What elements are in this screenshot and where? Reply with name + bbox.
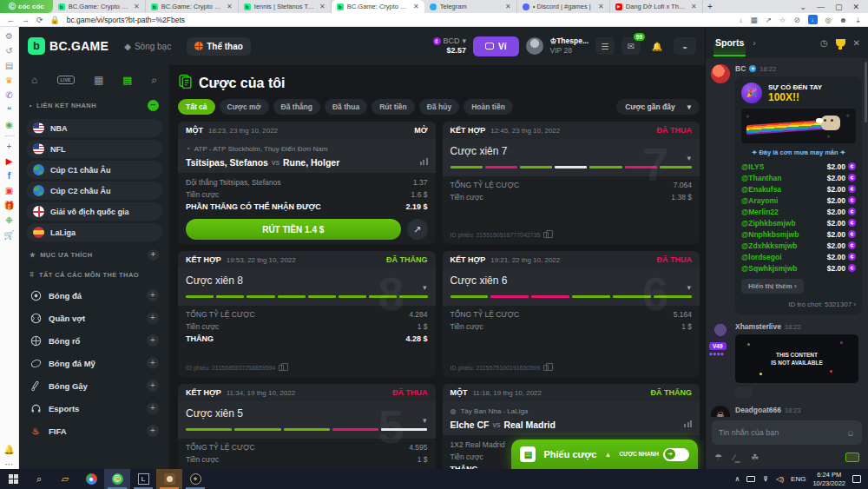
filter-refund[interactable]: Hoàn tiền (464, 99, 513, 115)
user-avatar[interactable]: ☠ V34 ◆◆◆◆ (711, 406, 730, 417)
tab-close-icon[interactable]: ✕ (413, 3, 419, 10)
filter-lost[interactable]: Đã thua (325, 99, 367, 115)
settings-gear-icon[interactable]: ⚙ (5, 32, 13, 41)
calendar-icon[interactable]: ▦ (94, 74, 103, 86)
chat-app-icon[interactable]: ❝ (7, 106, 11, 115)
my-bets-icon[interactable]: ▤ (123, 75, 132, 86)
game-id-link[interactable]: ID trò chơi: 5321307 › (741, 301, 856, 308)
bet-list-button[interactable]: ☰ (595, 37, 615, 55)
expand-button[interactable]: + (147, 425, 159, 437)
add-app-icon[interactable]: + (7, 142, 12, 151)
forward-button[interactable]: → (22, 16, 30, 24)
tab-close-icon[interactable]: ✕ (319, 3, 326, 10)
site-lock-icon[interactable]: 🔒 (50, 16, 60, 24)
volume-icon[interactable]: ◁) (776, 475, 784, 483)
nav-sports[interactable]: Thể thao (187, 37, 251, 56)
youtube-icon[interactable]: ▶ (6, 157, 13, 166)
browser-tab[interactable]: BC.Game: Crypto Casino✕ (53, 0, 146, 13)
rain-tip-icon[interactable]: ☂ (714, 453, 722, 462)
browser-tab-active[interactable]: BC.Game: Crypto Casino✕ (332, 0, 424, 13)
emoji-picker-icon[interactable]: ☘ (751, 453, 759, 462)
file-explorer-icon[interactable]: ▱ (52, 469, 78, 489)
game-app-icon[interactable] (156, 469, 182, 489)
expand-caret-icon[interactable]: ▾ (687, 283, 691, 292)
sidebar-item-cricket[interactable]: Bóng Gậy+ (26, 374, 162, 397)
idm-download-icon[interactable]: ↓ (808, 15, 818, 24)
start-button[interactable] (0, 469, 26, 489)
more-dots-icon[interactable]: ⋯ (5, 460, 14, 469)
history-icon[interactable]: ↺ (5, 47, 12, 56)
copy-icon[interactable] (543, 232, 549, 238)
stats-icon[interactable] (420, 158, 428, 165)
mic-icon[interactable]: 🎙 (762, 475, 769, 483)
share-bet-button[interactable]: ↗ (407, 219, 428, 240)
sidebar-item-cup-c1[interactable]: Cúp C1 châu Âu (26, 161, 162, 179)
show-more-button[interactable]: Hiển thị thêm › (741, 279, 804, 294)
sidebar-item-cup-c2[interactable]: Cúp C2 châu Âu (26, 182, 162, 200)
trophy-icon[interactable] (836, 39, 845, 47)
bet-card-combo-5[interactable]: KẾT HỢP11:34, 19 thg 10, 2022ĐÃ THUA 5 C… (178, 384, 436, 469)
window-close-button[interactable]: ✕ (852, 3, 859, 11)
browser-tab[interactable]: tennis | Stefanos Tsitsipa✕ (239, 0, 332, 13)
chat-message-input[interactable]: Tin nhắn của bạn ☺ (712, 420, 862, 445)
sidebar-item-esports[interactable]: Esports+ (26, 397, 162, 420)
stats-icon[interactable] (684, 420, 692, 427)
collapse-quick-links-button[interactable]: − (148, 100, 159, 111)
bet-card-combo-6[interactable]: KẾT HỢP19:21, 22 thg 10, 2022ĐÃ THUA 6 C… (443, 251, 700, 377)
tab-close-icon[interactable]: ✕ (134, 3, 140, 10)
expand-caret-icon[interactable]: ▾ (423, 283, 427, 292)
sidebar-item-football[interactable]: Bóng đá+ (26, 284, 162, 307)
sidebar-item-laliga[interactable]: LaLiga (26, 223, 162, 241)
user-avatar[interactable]: V49 ◆◆◆◆ (711, 322, 730, 341)
sidebar-item-national-championship[interactable]: Giải vô địch quốc gia (26, 202, 162, 221)
sidebar-item-fifa[interactable]: ♨ FIFA+ (26, 420, 162, 442)
nav-casino[interactable]: ◆ Sòng bạc (124, 42, 171, 51)
action-center-icon[interactable] (852, 475, 861, 483)
sidebar-item-basketball[interactable]: Bóng rổ+ (26, 329, 162, 352)
wallet-button[interactable]: Ví (473, 36, 518, 56)
chat-rules-icon[interactable]: ◷ (820, 38, 828, 48)
chat-rules-icon[interactable]: ∕‗ (733, 453, 740, 462)
copy-icon[interactable] (279, 365, 284, 371)
expand-button[interactable]: + (147, 380, 159, 392)
currency-selector[interactable]: ¢BCD▾ $2.57 (433, 36, 467, 56)
sidebar-item-tennis[interactable]: Quần vợt+ (26, 307, 162, 329)
newsfeed-icon[interactable]: ▤ (5, 62, 13, 70)
bookmark-star-icon[interactable]: ☆ (779, 16, 786, 24)
chat-tab-sports[interactable]: Sports (713, 29, 746, 56)
mail-button[interactable]: ✉99 (621, 37, 641, 55)
sort-dropdown[interactable]: Cược gần đây▾ (616, 99, 700, 115)
filter-all[interactable]: Tất cả (178, 99, 215, 115)
emoji-smiley-icon[interactable]: ☺ (846, 428, 855, 438)
tray-chevron-icon[interactable]: ∧ (734, 475, 740, 483)
calendar-date-icon[interactable]: ▣ (5, 187, 13, 195)
quick-bet-toggle[interactable] (663, 448, 689, 461)
back-button[interactable]: ← (7, 16, 15, 24)
coccoc-taskbar-icon[interactable]: Ⓒ (104, 469, 130, 489)
tab-close-icon[interactable]: ✕ (691, 3, 697, 10)
league-client-icon[interactable]: L (130, 469, 156, 489)
chrome-icon[interactable] (78, 469, 104, 489)
league-game-icon[interactable]: ⌖ (182, 469, 208, 489)
minimize-button[interactable]: — (817, 3, 825, 11)
close-chat-icon[interactable]: ✕ (853, 38, 860, 48)
new-tab-button[interactable]: + (703, 0, 717, 13)
network-icon[interactable] (746, 476, 755, 482)
quick-phrases-icon[interactable] (845, 453, 859, 462)
browser-tab[interactable]: • Discord | #games |✕ (517, 0, 610, 13)
facebook-icon[interactable]: f (8, 172, 10, 181)
bcgame-logo[interactable]: b BC.GAME (28, 37, 108, 55)
filter-cancelled[interactable]: Đã hủy (419, 99, 459, 115)
partner-button[interactable]: ◒ (674, 37, 696, 55)
tab-close-icon[interactable]: ✕ (505, 3, 511, 10)
copy-icon[interactable] (543, 365, 549, 371)
blocked-content-image[interactable]: THIS CONTENTIS NOT AVAILABLE (735, 334, 858, 383)
user-avatar[interactable] (526, 37, 543, 55)
coccoc-brand[interactable]: Ⓒcốc cốc (0, 0, 53, 13)
expand-button[interactable]: + (147, 289, 159, 301)
tab-close-icon[interactable]: ✕ (598, 3, 604, 10)
expand-button[interactable]: + (147, 312, 159, 324)
taskbar-clock[interactable]: 6:24 PM10/23/2022 (812, 471, 845, 488)
extension-icon[interactable]: ◎ (825, 16, 832, 24)
expand-button[interactable]: + (147, 402, 159, 414)
